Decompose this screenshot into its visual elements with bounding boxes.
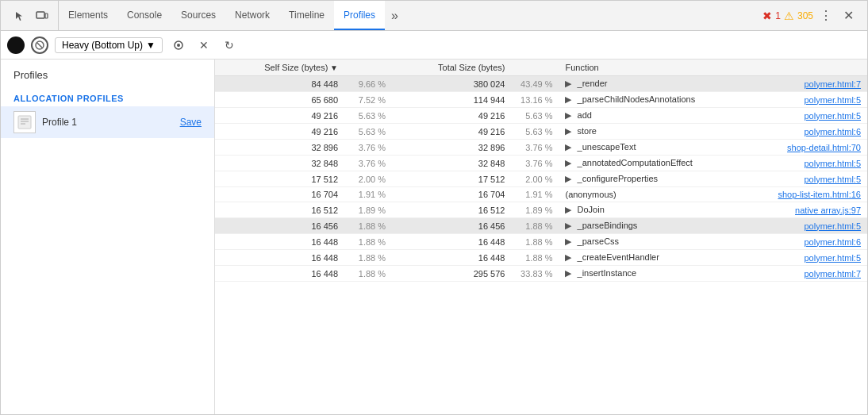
function-link[interactable]: polymer.html:5 xyxy=(804,221,861,231)
cell-total-pct: 5.63 % xyxy=(511,108,559,124)
cell-total-pct: 1.88 % xyxy=(511,250,559,266)
function-name: ▶ store xyxy=(565,126,597,136)
cell-self-size: 16 704 xyxy=(215,187,344,202)
function-name: ▶ add xyxy=(565,110,591,121)
function-name: ▶ _parseChildNodesAnnotations xyxy=(565,94,695,105)
cell-total-size: 32 896 xyxy=(392,140,511,156)
cell-total-pct: 3.76 % xyxy=(511,140,559,156)
cell-function: ▶ _unescapeTextshop-detail.html:70 xyxy=(559,140,867,156)
cell-total-pct: 2.00 % xyxy=(511,171,559,187)
cell-self-pct: 5.63 % xyxy=(344,108,392,124)
sidebar: Profiles ALLOCATION PROFILES Profile 1 S… xyxy=(1,60,215,414)
cell-function: ▶ _parseChildNodesAnnotationspolymer.htm… xyxy=(559,92,867,108)
cell-self-pct: 1.91 % xyxy=(344,187,392,202)
function-link[interactable]: native array.js:97 xyxy=(795,206,861,215)
function-link[interactable]: polymer.html:5 xyxy=(804,95,861,105)
function-name: ▶ _parseCss xyxy=(565,236,619,247)
function-link[interactable]: polymer.html:5 xyxy=(804,111,861,121)
function-name: ▶ _configureProperties xyxy=(565,174,658,184)
cell-total-size: 16 448 xyxy=(392,250,511,266)
more-options-button[interactable]: ⋮ xyxy=(816,6,835,25)
cell-self-pct: 9.66 % xyxy=(344,76,392,92)
cell-function: ▶ _annotatedComputationEffectpolymer.htm… xyxy=(559,156,867,171)
tab-console[interactable]: Console xyxy=(117,1,171,30)
warning-icon: ⚠ xyxy=(784,10,794,22)
cell-total-pct: 3.76 % xyxy=(511,156,559,171)
col-function[interactable]: Function xyxy=(559,60,867,76)
function-link[interactable]: polymer.html:5 xyxy=(804,253,861,263)
cell-total-size: 17 512 xyxy=(392,171,511,187)
function-link[interactable]: shop-detail.html:70 xyxy=(787,143,861,152)
sidebar-section-title: ALLOCATION PROFILES xyxy=(1,87,214,106)
cell-total-size: 380 024 xyxy=(392,76,511,92)
table-row: 49 2165.63 %49 2165.63 %▶ addpolymer.htm… xyxy=(215,108,867,124)
tab-timeline[interactable]: Timeline xyxy=(279,1,334,30)
table-header-row: Self Size (bytes) Total Size (bytes) Fun… xyxy=(215,60,867,76)
cell-total-size: 16 456 xyxy=(392,218,511,234)
reload-button[interactable]: ↻ xyxy=(220,36,239,55)
clear-button[interactable]: ✕ xyxy=(194,36,213,55)
cell-self-size: 16 456 xyxy=(215,218,344,234)
tab-profiles[interactable]: Profiles xyxy=(334,1,385,30)
cell-function: ▶ addpolymer.html:5 xyxy=(559,108,867,124)
stop-button[interactable] xyxy=(31,37,48,54)
function-name: ▶ _createEventHandler xyxy=(565,252,659,263)
profile-name: Profile 1 xyxy=(42,117,174,128)
tab-network[interactable]: Network xyxy=(225,1,279,30)
function-link[interactable]: shop-list-item.html:16 xyxy=(778,190,861,199)
close-button[interactable]: ✕ xyxy=(839,6,858,25)
cell-total-pct: 1.88 % xyxy=(511,234,559,250)
col-total-size[interactable]: Total Size (bytes) xyxy=(392,60,511,76)
tab-overflow[interactable]: » xyxy=(385,1,405,30)
function-link[interactable]: polymer.html:6 xyxy=(804,127,861,136)
record-button[interactable] xyxy=(7,37,25,54)
table-row: 84 4489.66 %380 02443.49 %▶ _renderpolym… xyxy=(215,76,867,92)
cell-total-pct: 1.89 % xyxy=(511,202,559,218)
function-name: ▶ _render xyxy=(565,79,607,89)
cell-total-pct: 43.49 % xyxy=(511,76,559,92)
cell-total-pct: 33.83 % xyxy=(511,266,559,282)
cell-function: (anonymous)shop-list-item.html:16 xyxy=(559,187,867,202)
tab-icons xyxy=(4,1,59,30)
data-table[interactable]: Self Size (bytes) Total Size (bytes) Fun… xyxy=(215,60,867,414)
cell-function: ▶ _configurePropertiespolymer.html:5 xyxy=(559,171,867,187)
cell-self-pct: 2.00 % xyxy=(344,171,392,187)
function-link[interactable]: polymer.html:6 xyxy=(804,237,861,247)
tab-elements[interactable]: Elements xyxy=(59,1,117,30)
cell-self-size: 32 896 xyxy=(215,140,344,156)
warning-badge: ⚠ 305 xyxy=(784,10,813,22)
col-self-size[interactable]: Self Size (bytes) xyxy=(215,60,344,76)
col-total-pct xyxy=(511,60,559,76)
view-mode-dropdown[interactable]: Heavy (Bottom Up) ▼ xyxy=(55,37,163,53)
tab-bar-right: ✖ 1 ⚠ 305 ⋮ ✕ xyxy=(756,6,864,25)
profile-save-button[interactable]: Save xyxy=(180,117,202,128)
cell-self-pct: 3.76 % xyxy=(344,140,392,156)
cursor-icon[interactable] xyxy=(10,6,29,25)
cell-self-pct: 1.88 % xyxy=(344,234,392,250)
function-link[interactable]: polymer.html:5 xyxy=(804,159,861,168)
cell-self-pct: 1.88 % xyxy=(344,266,392,282)
profile-item[interactable]: Profile 1 Save xyxy=(1,106,214,138)
function-link[interactable]: polymer.html:7 xyxy=(804,79,861,89)
cell-function: ▶ _parseBindingspolymer.html:5 xyxy=(559,218,867,234)
table-row: 32 8963.76 %32 8963.76 %▶ _unescapeTexts… xyxy=(215,140,867,156)
tab-sources[interactable]: Sources xyxy=(171,1,225,30)
sidebar-title: Profiles xyxy=(1,69,214,87)
col-self-pct xyxy=(344,60,392,76)
profile-icon xyxy=(13,111,36,133)
cell-self-pct: 5.63 % xyxy=(344,124,392,140)
cell-function: ▶ _parseCsspolymer.html:6 xyxy=(559,234,867,250)
function-link[interactable]: polymer.html:5 xyxy=(804,175,861,184)
cell-total-size: 16 704 xyxy=(392,187,511,202)
svg-line-3 xyxy=(37,43,42,48)
cell-self-size: 16 512 xyxy=(215,202,344,218)
cell-function: ▶ _renderpolymer.html:7 xyxy=(559,76,867,92)
cell-function: ▶ storepolymer.html:6 xyxy=(559,124,867,140)
device-icon[interactable] xyxy=(33,6,52,25)
table-row: 17 5122.00 %17 5122.00 %▶ _configureProp… xyxy=(215,171,867,187)
tabs: Elements Console Sources Network Timelin… xyxy=(59,1,756,30)
function-link[interactable]: polymer.html:7 xyxy=(804,269,861,279)
error-icon: ✖ xyxy=(762,10,772,22)
cell-function: ▶ _insertInstancepolymer.html:7 xyxy=(559,266,867,282)
focus-button[interactable] xyxy=(169,36,188,55)
